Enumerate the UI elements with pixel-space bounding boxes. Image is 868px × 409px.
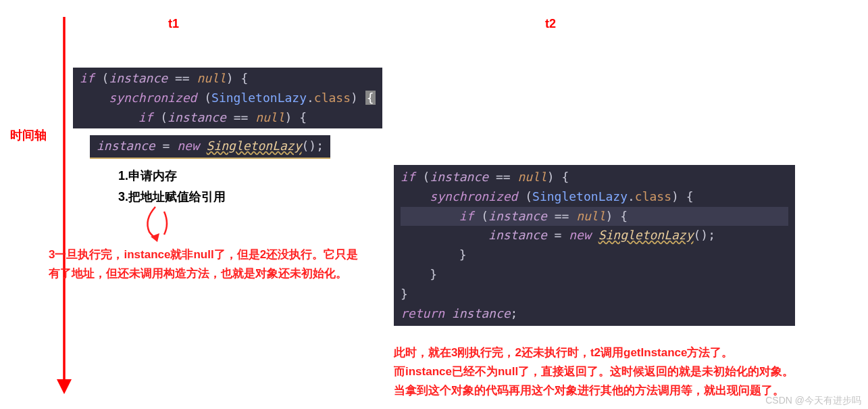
code-block-t1-check: if (instance == null) { synchronized (Si… xyxy=(73,68,382,128)
curved-arrow-icon xyxy=(132,205,179,245)
step-1: 1.申请内存 xyxy=(118,166,226,187)
note-t2: 此时，就在3刚执行完，2还未执行时，t2调用getInstance方法了。 而i… xyxy=(394,343,794,400)
svg-marker-1 xyxy=(57,379,72,394)
t2-label: t2 xyxy=(545,17,556,31)
code-block-t2: if (instance == null) { synchronized (Si… xyxy=(394,165,795,326)
code-block-t1-assign: instance = new SingletonLazy(); xyxy=(90,135,330,159)
t1-label: t1 xyxy=(168,17,179,31)
time-axis-label: 时间轴 xyxy=(10,127,47,143)
time-axis-arrow xyxy=(54,17,74,395)
watermark: CSDN @今天有进步吗 xyxy=(765,395,861,407)
note-t1: 3一旦执行完，instance就非null了，但是2还没执行。它只是 有了地址，… xyxy=(49,245,358,283)
execution-steps: 1.申请内存 3.把地址赋值给引用 xyxy=(118,166,226,207)
step-3: 3.把地址赋值给引用 xyxy=(118,187,226,208)
